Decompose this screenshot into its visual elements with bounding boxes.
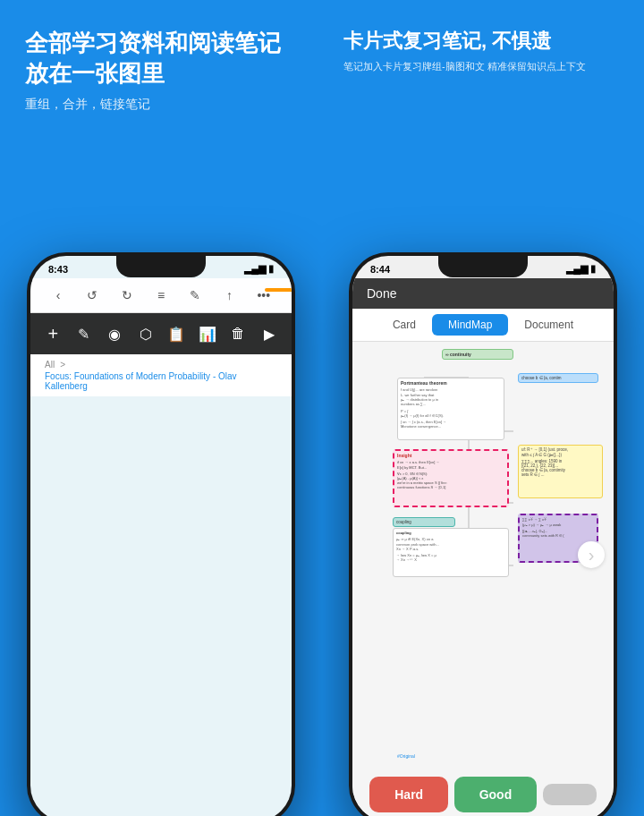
tab-bar: Card MindMap Document [352,309,614,342]
notch-left [116,252,206,277]
delete-icon[interactable]: 🗑 [226,322,250,345]
wifi-icon: ▂▄▆ [244,263,266,275]
tab-card[interactable]: Card [377,314,432,336]
original-tag: #Original [397,753,415,759]
status-time-left: 8:43 [48,264,68,275]
phone-right: 8:44 ▂▄▆ ▮ Done Card MindMap Document [349,252,617,816]
right-chevron-right[interactable]: › [578,541,605,568]
left-header: 全部学习资料和阅读笔记 放在一张图里 重组，合并，链接笔记 [0,0,322,127]
palette-icon[interactable]: ◉ [103,322,126,345]
rmm-node-coupling-content: coupling μₙ ⇒ μ iff ∃(Xn, X) on a common… [393,528,509,577]
edit-icon[interactable]: ✎ [185,285,205,305]
phone-left-screen: 8:43 ▂▄▆ ▮ ‹ ↺ ↻ ≡ ✎ ↑ ••• [30,256,292,816]
battery-icon: ▮ [268,263,274,275]
right-panel: 卡片式复习笔记, 不惧遗 笔记加入卡片复习牌组-脑图和文 精准保留知识点上下文 … [322,0,644,816]
list-icon[interactable]: ≡ [151,285,171,305]
focus-text: Focus: Foundations of Modern Probability… [45,371,277,391]
back-icon[interactable]: ‹ [48,285,68,305]
tab-mindmap[interactable]: MindMap [432,314,508,336]
rmm-node-formula: uf: R⁺ → [0,1] (ust. proce, with ≤ ∫ A ∈… [518,445,603,498]
nav-bar: Done [352,278,614,309]
right-title: 卡片式复习笔记, 不惧遗 [343,29,623,55]
phone-left-frame: 8:43 ▂▄▆ ▮ ‹ ↺ ↻ ≡ ✎ ↑ ••• [27,252,295,816]
good-button[interactable]: Good [454,777,538,812]
notch-right [438,252,528,277]
phone-left: 8:43 ▂▄▆ ▮ ‹ ↺ ↻ ≡ ✎ ↑ ••• [27,252,295,816]
toolbar-left: ‹ ↺ ↻ ≡ ✎ ↑ ••• [30,278,292,313]
tag-icon[interactable]: ⬡ [134,322,157,345]
right-subtitle: 笔记加入卡片复习牌组-脑图和文 精准保留知识点上下文 [343,60,623,73]
left-title: 全部学习资料和阅读笔记 放在一张图里 [25,29,297,89]
rmm-node-2: choose b ∈ (a, contim [518,373,598,383]
status-icons-left: ▂▄▆ ▮ [244,263,274,275]
breadcrumb: All > [45,360,277,370]
left-panel: 全部学习资料和阅读笔记 放在一张图里 重组，合并，链接笔记 8:43 ▂▄▆ ▮ [0,0,322,816]
left-subtitle: 重组，合并，链接笔记 [25,97,297,113]
clipboard-icon[interactable]: 📋 [165,322,188,345]
hard-button[interactable]: Hard [369,777,448,812]
share-icon[interactable]: ↑ [220,285,240,305]
neutral-button[interactable] [543,784,597,805]
undo-icon[interactable]: ↺ [82,285,102,305]
phone-right-frame: 8:44 ▂▄▆ ▮ Done Card MindMap Document [349,252,617,816]
rmm-node-portmanteau: Portmanteau theorem f and U(j)... are ra… [397,378,504,440]
status-time-right: 8:44 [370,264,390,275]
phone-right-screen: 8:44 ▂▄▆ ▮ Done Card MindMap Document [352,256,614,816]
bottom-toolbar: + ✎ ◉ ⬡ 📋 📊 🗑 ▶ [30,313,292,354]
highlight-bar [265,288,292,292]
status-icons-right: ▂▄▆ ▮ [566,263,596,275]
edit-note-icon[interactable]: ✎ [72,322,96,345]
data-icon[interactable]: 📊 [196,322,219,345]
rmm-node-1: ∞ continuity [442,349,513,360]
bottom-info: All > Focus: Foundations of Modern Proba… [30,354,292,396]
right-mindmap-area: ∞ continuity Portmanteau theorem f and U… [352,342,614,768]
rmm-node-insight: Insight if xn → x a.s. then E[xn] → E[x]… [393,449,509,507]
battery-icon-right: ▮ [590,263,596,275]
action-bar: Hard Good [352,768,614,816]
right-header: 卡片式复习笔记, 不惧遗 笔记加入卡片复习牌组-脑图和文 精准保留知识点上下文 [322,0,644,88]
play-icon[interactable]: ▶ [258,322,281,345]
redo-icon[interactable]: ↻ [117,285,137,305]
done-button[interactable]: Done [367,286,396,301]
rmm-node-coupling: coupling [393,517,455,527]
add-icon[interactable]: + [41,322,64,345]
tab-document[interactable]: Document [508,314,589,336]
wifi-icon-right: ▂▄▆ [566,263,588,275]
